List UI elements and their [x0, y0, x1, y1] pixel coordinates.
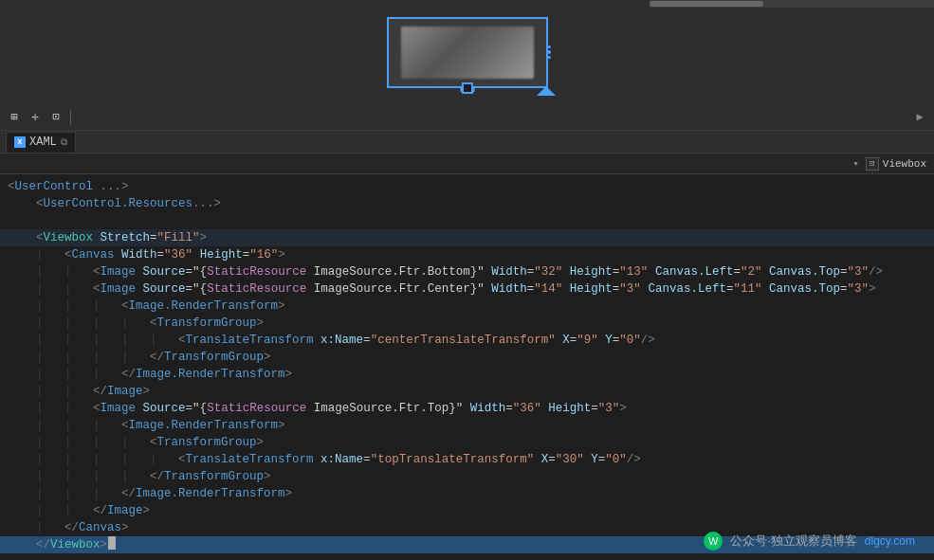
code-line-17: | | | | | <TranslateTransform x:Name="to…: [0, 451, 934, 468]
app-container: ⊞ ✛ ⊡ ▶ X XAML ⧉ ▾ ⊡ Viewbox <UserContro…: [0, 0, 934, 560]
path-viewbox-label[interactable]: Viewbox: [883, 158, 926, 170]
code-line-4[interactable]: <Viewbox Stretch="Fill">: [0, 229, 934, 246]
code-line-1: <UserControl ...>: [0, 178, 934, 195]
snap-icon[interactable]: ⊡: [47, 109, 64, 126]
code-line-15: | | | <Image.RenderTransform>: [0, 417, 934, 434]
add-icon[interactable]: ✛: [27, 109, 44, 126]
watermark-text: 公众号·独立观察员博客: [730, 533, 857, 550]
code-line-8: | | | <Image.RenderTransform>: [0, 298, 934, 315]
tab-xaml[interactable]: X XAML ⧉: [6, 132, 76, 153]
preview-image-content: [401, 27, 534, 79]
resize-handle-right[interactable]: [546, 45, 552, 59]
code-line-10: | | | | | <TranslateTransform x:Name="ce…: [0, 332, 934, 349]
code-line-16: | | | | <TransformGroup>: [0, 434, 934, 451]
code-line-11: | | | | </TransformGroup>: [0, 349, 934, 366]
wechat-icon: W: [704, 532, 723, 551]
code-line-18: | | | | </TransformGroup>: [0, 468, 934, 485]
resize-handle-bottom[interactable]: [460, 88, 474, 92]
code-line-3: [0, 212, 934, 229]
grid-icon[interactable]: ⊞: [6, 109, 23, 126]
code-line-7: | | <Image Source="{StaticResource Image…: [0, 280, 934, 298]
code-line-9: | | | | <TransformGroup>: [0, 315, 934, 332]
code-line-12: | | | </Image.RenderTransform>: [0, 366, 934, 383]
preview-frame[interactable]: [387, 17, 548, 88]
code-editor: <UserControl ...> <UserControl.Resources…: [0, 174, 934, 557]
code-line-14: | | <Image Source="{StaticResource Image…: [0, 400, 934, 417]
code-line-13: | | </Image>: [0, 383, 934, 400]
toolbar: ⊞ ✛ ⊡ ▶: [0, 104, 934, 131]
watermark: W 公众号·独立观察员博客 dlgcy.com: [704, 532, 915, 551]
preview-area: [0, 0, 934, 104]
path-bar: ▾ ⊡ Viewbox: [0, 154, 934, 174]
path-arrow[interactable]: ▾: [852, 157, 859, 170]
code-line-6: | | <Image Source="{StaticResource Image…: [0, 263, 934, 280]
tab-bar: X XAML ⧉: [0, 131, 934, 154]
code-line-19: | | | </Image.RenderTransform>: [0, 485, 934, 502]
path-box-icon: ⊡: [866, 157, 879, 171]
tab-link-icon: ⧉: [61, 137, 67, 148]
toolbar-sep: [70, 110, 71, 125]
toolbar-ext-icon[interactable]: ▶: [911, 109, 928, 126]
code-area: <UserControl ...> <UserControl.Resources…: [0, 174, 934, 557]
scrollbar-area[interactable]: [650, 0, 934, 8]
code-line-2: <UserControl.Resources...>: [0, 195, 934, 212]
tab-xaml-label: XAML: [29, 135, 57, 149]
tab-xaml-icon: X: [14, 136, 26, 148]
code-line-5: | <Canvas Width="36" Height="16">: [0, 246, 934, 263]
code-line-20: | | </Image>: [0, 502, 934, 519]
corner-resize-handle[interactable]: [546, 86, 556, 96]
watermark-url: dlgcy.com: [865, 534, 915, 548]
